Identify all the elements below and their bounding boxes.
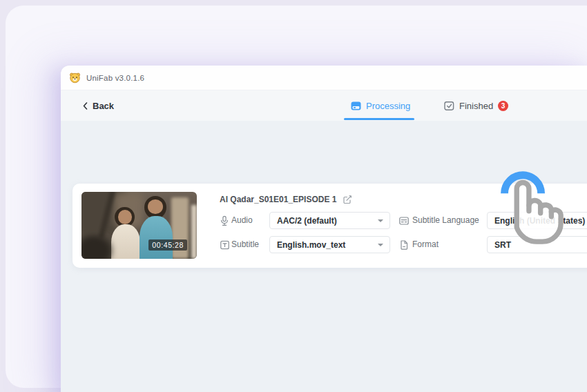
document-icon	[400, 240, 408, 250]
task-title-row: Al Qadar_S01E01_EPISODE 1	[220, 194, 352, 204]
task-title: Al Qadar_S01E01_EPISODE 1	[220, 195, 336, 204]
content-area: 00:45:28 Al Qadar_S01E01_EPISODE 1	[61, 121, 587, 392]
form-row-1: Audio AAC/2 (default) Subtitle Language …	[73, 212, 587, 229]
format-select[interactable]: SRT	[487, 236, 587, 253]
tab-finished-label: Finished	[459, 101, 493, 111]
subtitle-t-icon	[220, 240, 229, 249]
subtitle-label: Subtitle	[231, 236, 259, 253]
subtitle-select[interactable]: English.mov_text	[269, 236, 390, 253]
navbar: Back Processing Finished 3	[61, 90, 587, 121]
form-row-2: Subtitle English.mov_text Format SRT	[73, 236, 587, 253]
back-button[interactable]: Back	[83, 99, 114, 112]
task-card: 00:45:28 Al Qadar_S01E01_EPISODE 1	[73, 184, 587, 268]
app-window: UniFab v3.0.1.6 Back Processing	[61, 66, 587, 392]
subtitle-select-value: English.mov_text	[277, 240, 345, 250]
chevron-left-icon	[83, 102, 88, 110]
subtitle-language-label: Subtitle Language	[412, 212, 479, 229]
audio-select-value: AAC/2 (default)	[277, 216, 337, 226]
tab-processing[interactable]: Processing	[351, 99, 410, 112]
active-tab-underline	[344, 118, 414, 120]
back-label: Back	[93, 101, 114, 111]
edit-title-button[interactable]	[343, 195, 352, 204]
tab-finished[interactable]: Finished 3	[444, 99, 508, 112]
subtitle-language-select[interactable]: English (United States)	[487, 212, 587, 229]
tab-processing-label: Processing	[366, 101, 410, 111]
finished-checkbox-icon	[444, 101, 454, 111]
caption-box-icon	[399, 217, 409, 225]
chevron-down-icon	[378, 219, 383, 222]
subtitle-language-value: English (United States)	[494, 216, 585, 226]
app-version-text: UniFab v3.0.1.6	[86, 74, 144, 82]
chevron-down-icon	[378, 244, 383, 246]
processing-icon	[351, 101, 361, 111]
format-label: Format	[412, 236, 439, 253]
titlebar: UniFab v3.0.1.6	[61, 66, 587, 90]
finished-count-badge: 3	[498, 101, 508, 111]
audio-select[interactable]: AAC/2 (default)	[269, 212, 390, 229]
format-select-value: SRT	[494, 240, 511, 250]
audio-label: Audio	[231, 212, 253, 229]
unifab-lion-logo-icon	[69, 72, 81, 84]
microphone-icon	[220, 215, 229, 226]
